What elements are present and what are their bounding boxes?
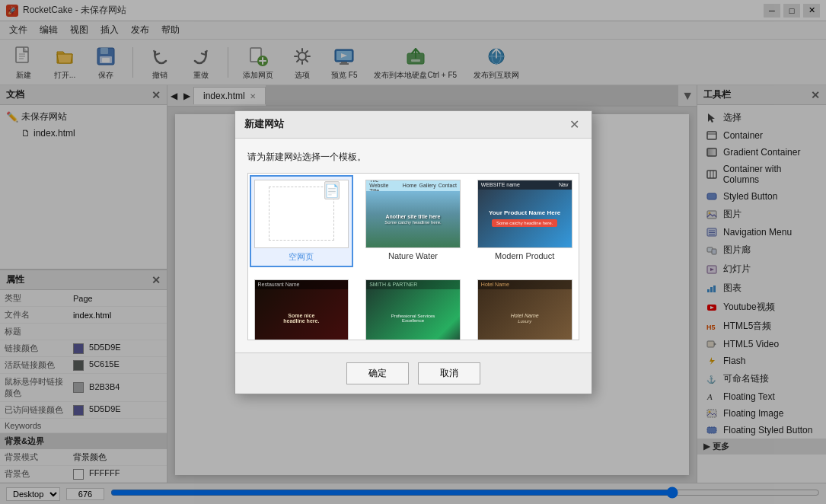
- modal-footer: 确定 取消: [235, 352, 592, 394]
- modal-body: 请为新建网站选择一个模板。 📄 空网页: [235, 139, 592, 352]
- modal-title: 新建网站: [244, 117, 284, 131]
- template-grid: 📄 空网页 The Website Title HomeGalleryConta…: [247, 173, 579, 340]
- modal-overlay: 新建网站 ✕ 请为新建网站选择一个模板。 📄 空网页: [0, 0, 826, 504]
- template-thumb-hotel: Hotel Name Hotel NameLuxury: [477, 279, 572, 340]
- template-item-modern[interactable]: WEBSITE nameNav Your Product Name Here S…: [473, 175, 577, 267]
- template-item-restaurant[interactable]: Restaurant Name Some niceheadline here.: [250, 275, 354, 340]
- new-website-modal: 新建网站 ✕ 请为新建网站选择一个模板。 📄 空网页: [234, 110, 592, 394]
- template-item-blank[interactable]: 📄 空网页: [250, 175, 354, 267]
- modal-description: 请为新建网站选择一个模板。: [247, 151, 579, 164]
- template-thumb-modern: WEBSITE nameNav Your Product Name Here S…: [477, 180, 572, 248]
- template-thumb-nature: The Website Title HomeGalleryContact Ano…: [365, 180, 461, 248]
- modal-title-bar: 新建网站 ✕: [235, 111, 592, 139]
- template-name-nature: Nature Water: [388, 251, 438, 260]
- template-thumb-business: SMITH & PARTNER Professional ServicesExc…: [365, 279, 461, 340]
- modal-confirm-button[interactable]: 确定: [346, 362, 409, 384]
- template-item-hotel[interactable]: Hotel Name Hotel NameLuxury: [473, 275, 577, 340]
- template-item-business[interactable]: SMITH & PARTNER Professional ServicesExc…: [361, 275, 465, 340]
- template-thumb-blank: 📄: [254, 180, 349, 248]
- modal-cancel-button[interactable]: 取消: [418, 362, 480, 384]
- template-item-nature[interactable]: The Website Title HomeGalleryContact Ano…: [361, 175, 465, 267]
- template-name-blank: 空网页: [289, 251, 314, 263]
- modal-close-button[interactable]: ✕: [566, 117, 582, 132]
- template-name-modern: Modern Product: [495, 251, 554, 260]
- template-thumb-restaurant: Restaurant Name Some niceheadline here.: [254, 279, 349, 340]
